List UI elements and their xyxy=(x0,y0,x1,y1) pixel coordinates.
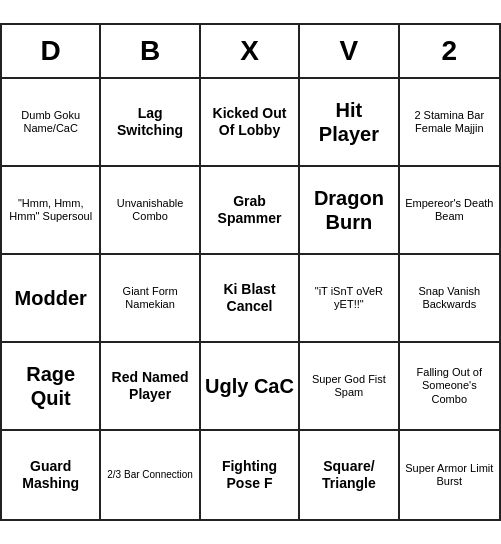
cell-text-3: Hit Player xyxy=(304,98,393,146)
bingo-cell-8: Dragon Burn xyxy=(300,167,399,255)
cell-text-20: Guard Mashing xyxy=(6,458,95,492)
cell-text-22: Fighting Pose F xyxy=(205,458,294,492)
bingo-cell-5: "Hmm, Hmm, Hmm" Supersoul xyxy=(2,167,101,255)
cell-text-8: Dragon Burn xyxy=(304,186,393,234)
bingo-cell-19: Falling Out of Someone's Combo xyxy=(400,343,499,431)
cell-text-19: Falling Out of Someone's Combo xyxy=(404,366,495,406)
bingo-cell-13: "iT iSnT oVeR yET!!" xyxy=(300,255,399,343)
cell-text-0: Dumb Goku Name/CaC xyxy=(6,109,95,135)
bingo-cell-7: Grab Spammer xyxy=(201,167,300,255)
bingo-cell-3: Hit Player xyxy=(300,79,399,167)
cell-text-12: Ki Blast Cancel xyxy=(205,281,294,315)
cell-text-7: Grab Spammer xyxy=(205,193,294,227)
header-col-v: V xyxy=(300,25,399,77)
bingo-cell-4: 2 Stamina Bar Female Majjin xyxy=(400,79,499,167)
bingo-cell-22: Fighting Pose F xyxy=(201,431,300,519)
bingo-cell-6: Unvanishable Combo xyxy=(101,167,200,255)
bingo-cell-14: Snap Vanish Backwards xyxy=(400,255,499,343)
bingo-cell-17: Ugly CaC xyxy=(201,343,300,431)
cell-text-17: Ugly CaC xyxy=(205,374,294,398)
cell-text-15: Rage Quit xyxy=(6,362,95,410)
cell-text-1: Lag Switching xyxy=(105,105,194,139)
header-col-d: D xyxy=(2,25,101,77)
bingo-cell-12: Ki Blast Cancel xyxy=(201,255,300,343)
cell-text-6: Unvanishable Combo xyxy=(105,197,194,223)
bingo-card: DBXV2 Dumb Goku Name/CaCLag SwitchingKic… xyxy=(0,23,501,521)
header-col-x: X xyxy=(201,25,300,77)
cell-text-11: Giant Form Namekian xyxy=(105,285,194,311)
cell-text-2: Kicked Out Of Lobby xyxy=(205,105,294,139)
bingo-header: DBXV2 xyxy=(2,25,499,79)
cell-text-23: Square/ Triangle xyxy=(304,458,393,492)
cell-text-4: 2 Stamina Bar Female Majjin xyxy=(404,109,495,135)
cell-text-14: Snap Vanish Backwards xyxy=(404,285,495,311)
bingo-cell-0: Dumb Goku Name/CaC xyxy=(2,79,101,167)
bingo-cell-20: Guard Mashing xyxy=(2,431,101,519)
bingo-cell-9: Empereor's Death Beam xyxy=(400,167,499,255)
cell-text-21: 2/3 Bar Connection xyxy=(107,469,193,481)
cell-text-10: Modder xyxy=(15,286,87,310)
cell-text-5: "Hmm, Hmm, Hmm" Supersoul xyxy=(6,197,95,223)
bingo-cell-16: Red Named Player xyxy=(101,343,200,431)
bingo-cell-21: 2/3 Bar Connection xyxy=(101,431,200,519)
cell-text-16: Red Named Player xyxy=(105,369,194,403)
bingo-cell-2: Kicked Out Of Lobby xyxy=(201,79,300,167)
bingo-grid: Dumb Goku Name/CaCLag SwitchingKicked Ou… xyxy=(2,79,499,519)
bingo-cell-18: Super God Fist Spam xyxy=(300,343,399,431)
bingo-cell-23: Square/ Triangle xyxy=(300,431,399,519)
cell-text-9: Empereor's Death Beam xyxy=(404,197,495,223)
bingo-cell-24: Super Armor Limit Burst xyxy=(400,431,499,519)
bingo-cell-10: Modder xyxy=(2,255,101,343)
cell-text-18: Super God Fist Spam xyxy=(304,373,393,399)
cell-text-24: Super Armor Limit Burst xyxy=(404,462,495,488)
header-col-2: 2 xyxy=(400,25,499,77)
bingo-cell-15: Rage Quit xyxy=(2,343,101,431)
bingo-cell-1: Lag Switching xyxy=(101,79,200,167)
bingo-cell-11: Giant Form Namekian xyxy=(101,255,200,343)
header-col-b: B xyxy=(101,25,200,77)
cell-text-13: "iT iSnT oVeR yET!!" xyxy=(304,285,393,311)
